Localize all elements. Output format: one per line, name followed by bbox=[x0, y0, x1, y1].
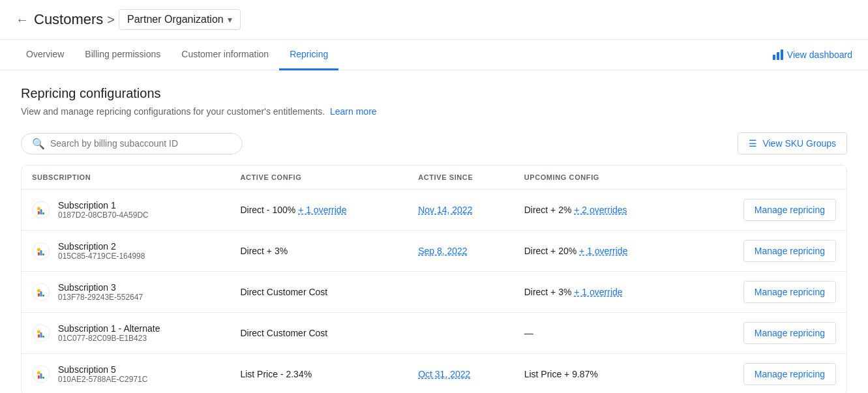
subscription-name: Subscription 1 - Alternate bbox=[58, 323, 160, 334]
chevron-down-icon: ▾ bbox=[228, 14, 232, 25]
active-since-cell: Sep 8, 2022 bbox=[408, 231, 514, 272]
svg-rect-8 bbox=[42, 254, 44, 255]
manage-repricing-button[interactable]: Manage repricing bbox=[743, 322, 836, 344]
main-content: Repricing configurations View and manage… bbox=[0, 70, 868, 393]
upcoming-config-link[interactable]: + 1 override bbox=[574, 287, 622, 297]
active-config-value: List Price - 2.34% bbox=[240, 369, 312, 379]
active-config-value: Direct + 3% bbox=[240, 246, 288, 256]
col-upcoming-config: Upcoming Config bbox=[514, 166, 688, 190]
active-since-link[interactable]: Sep 8, 2022 bbox=[418, 246, 468, 256]
subscription-id: 0187D2-08CB70-4A59DC bbox=[58, 211, 149, 220]
active-config-link[interactable]: + 1 override bbox=[298, 205, 346, 215]
svg-point-19 bbox=[37, 330, 40, 334]
upcoming-config-value: — bbox=[524, 328, 533, 338]
upcoming-config-value: List Price + 9.87% bbox=[524, 369, 598, 379]
upcoming-config-cell: Direct + 3% + 1 override bbox=[514, 272, 688, 313]
svg-rect-18 bbox=[42, 336, 44, 338]
upcoming-config-cell: Direct + 20% + 1 override bbox=[514, 231, 688, 272]
subscription-name: Subscription 3 bbox=[58, 282, 143, 293]
gcp-icon bbox=[32, 283, 50, 301]
active-since-cell: Oct 31, 2022 bbox=[408, 354, 514, 394]
tabs-bar: Overview Billing permissions Customer in… bbox=[0, 40, 868, 70]
col-actions bbox=[687, 166, 846, 190]
manage-repricing-button[interactable]: Manage repricing bbox=[743, 281, 836, 303]
subscription-id: 015C85-4719CE-164998 bbox=[58, 252, 145, 261]
bar-chart-icon bbox=[773, 50, 783, 60]
view-sku-label: View SKU Groups bbox=[762, 138, 836, 149]
subscription-info: Subscription 3 013F78-29243E-552647 bbox=[32, 282, 219, 302]
upcoming-config-cell: List Price + 9.87% bbox=[514, 354, 688, 394]
subscription-info: Subscription 1 - Alternate 01C077-82C09B… bbox=[32, 323, 219, 343]
upcoming-config-cell: Direct + 2% + 2 overrides bbox=[514, 190, 688, 231]
manage-repricing-button[interactable]: Manage repricing bbox=[743, 240, 836, 262]
manage-repricing-button[interactable]: Manage repricing bbox=[743, 199, 836, 221]
table-row: Subscription 1 0187D2-08CB70-4A59DC Dire… bbox=[22, 190, 846, 231]
svg-rect-1 bbox=[38, 211, 40, 214]
svg-rect-6 bbox=[38, 252, 40, 255]
table-row: Subscription 3 013F78-29243E-552647 Dire… bbox=[22, 272, 846, 313]
subscription-name: Subscription 2 bbox=[58, 241, 145, 252]
svg-rect-7 bbox=[40, 250, 42, 255]
learn-more-link[interactable]: Learn more bbox=[330, 106, 377, 117]
svg-point-14 bbox=[37, 289, 40, 293]
active-config-value: Direct - 100% bbox=[240, 205, 295, 215]
active-since-cell bbox=[408, 313, 514, 354]
view-sku-groups-button[interactable]: ☰ View SKU Groups bbox=[738, 132, 847, 154]
manage-repricing-button[interactable]: Manage repricing bbox=[743, 363, 836, 385]
tab-repricing[interactable]: Repricing bbox=[279, 40, 338, 70]
upcoming-config-link[interactable]: + 2 overrides bbox=[574, 205, 627, 215]
search-input[interactable] bbox=[50, 138, 232, 149]
subscription-id: 013F78-29243E-552647 bbox=[58, 293, 143, 302]
customers-breadcrumb[interactable]: Customers bbox=[34, 11, 103, 28]
action-cell: Manage repricing bbox=[687, 190, 846, 231]
subscription-info: Subscription 5 010AE2-5788AE-C2971C bbox=[32, 364, 219, 384]
table-header-row: Subscription Active Config Active Since … bbox=[22, 166, 846, 190]
gcp-icon bbox=[32, 324, 50, 342]
active-config-cell: Direct + 3% bbox=[230, 231, 408, 272]
subscription-info: Subscription 2 015C85-4719CE-164998 bbox=[32, 241, 219, 261]
org-name-label: Partner Organization bbox=[127, 14, 224, 25]
col-active-since: Active Since bbox=[408, 166, 514, 190]
svg-rect-16 bbox=[38, 334, 40, 338]
action-cell: Manage repricing bbox=[687, 354, 846, 394]
subscription-info: Subscription 1 0187D2-08CB70-4A59DC bbox=[32, 200, 219, 220]
svg-rect-22 bbox=[40, 373, 42, 379]
gcp-icon bbox=[32, 242, 50, 260]
org-dropdown[interactable]: Partner Organization ▾ bbox=[119, 9, 241, 30]
col-active-config: Active Config bbox=[230, 166, 408, 190]
table-row: Subscription 5 010AE2-5788AE-C2971C List… bbox=[22, 354, 846, 394]
search-icon: 🔍 bbox=[32, 138, 45, 150]
header: ← Customers > Partner Organization ▾ bbox=[0, 0, 868, 40]
svg-point-24 bbox=[37, 371, 40, 375]
active-since-link[interactable]: Oct 31, 2022 bbox=[418, 369, 470, 379]
back-button[interactable]: ← bbox=[16, 12, 29, 27]
svg-rect-3 bbox=[42, 212, 44, 214]
table-row: Subscription 2 015C85-4719CE-164998 Dire… bbox=[22, 231, 846, 272]
table-row: Subscription 1 - Alternate 01C077-82C09B… bbox=[22, 313, 846, 354]
subscription-id: 01C077-82C09B-E1B423 bbox=[58, 334, 160, 343]
page-title: Repricing configurations bbox=[21, 86, 847, 101]
search-row: 🔍 ☰ View SKU Groups bbox=[21, 132, 847, 154]
gcp-icon bbox=[32, 365, 50, 383]
active-since-cell bbox=[408, 272, 514, 313]
subscription-name: Subscription 1 bbox=[58, 200, 149, 211]
upcoming-config-value: Direct + 3% bbox=[524, 287, 572, 297]
upcoming-config-cell: — bbox=[514, 313, 688, 354]
search-box: 🔍 bbox=[21, 133, 243, 154]
svg-rect-13 bbox=[42, 295, 44, 297]
section-description: View and manage repricing configurations… bbox=[21, 106, 847, 117]
active-since-link[interactable]: Nov 14, 2022 bbox=[418, 205, 472, 215]
gcp-icon bbox=[32, 201, 50, 219]
svg-rect-23 bbox=[42, 377, 44, 379]
upcoming-config-link[interactable]: + 1 override bbox=[579, 246, 627, 256]
svg-rect-11 bbox=[38, 293, 40, 297]
svg-rect-21 bbox=[38, 375, 40, 379]
view-dashboard-button[interactable]: View dashboard bbox=[773, 44, 852, 65]
svg-rect-12 bbox=[40, 291, 42, 297]
tab-billing-permissions[interactable]: Billing permissions bbox=[74, 40, 171, 70]
action-cell: Manage repricing bbox=[687, 313, 846, 354]
list-icon: ☰ bbox=[749, 138, 757, 149]
tab-customer-information[interactable]: Customer information bbox=[171, 40, 279, 70]
svg-rect-17 bbox=[40, 332, 42, 338]
tab-overview[interactable]: Overview bbox=[16, 40, 74, 70]
